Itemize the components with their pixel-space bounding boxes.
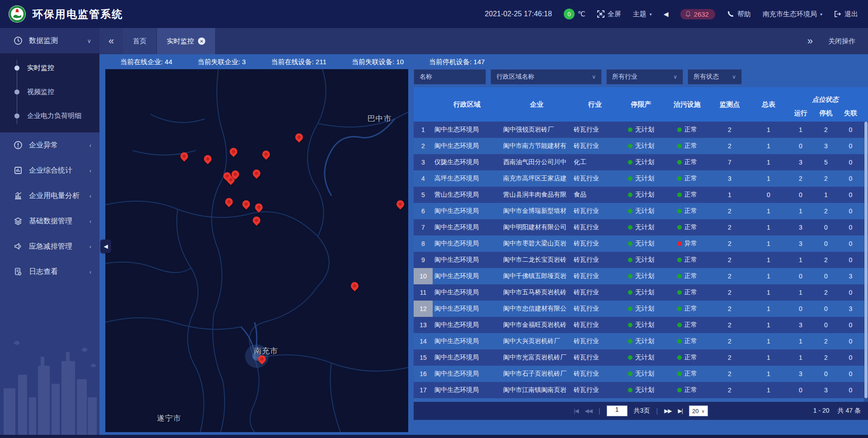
table-row[interactable]: 1阆中生态环境局阆中强锐页岩砖厂砖瓦行业无计划正常21120: [414, 122, 868, 138]
stat-当前在线企业: 当前在线企业: 44: [120, 58, 172, 66]
collapse-map-button[interactable]: ◀: [100, 240, 111, 253]
sidebar-group-企业用电量分析[interactable]: 企业用电量分析‹: [0, 183, 99, 208]
table-row[interactable]: 12阆中生态环境局阆中市忠信建材有限公砖瓦行业无计划正常21003: [414, 301, 868, 317]
fullscreen-button[interactable]: 全屏: [597, 10, 621, 19]
cell-running: 1: [788, 289, 813, 296]
first-page-button[interactable]: |◀: [574, 408, 578, 414]
cell-running: 3: [788, 370, 813, 377]
status-filter-select[interactable]: 所有状态 ∨: [688, 69, 742, 85]
cell-meters: 1: [749, 273, 788, 280]
table-scrollbar[interactable]: [864, 122, 868, 402]
cell-meters: 1: [749, 224, 788, 231]
table-row[interactable]: 16阆中生态环境局阆中市石子页岩机砖厂砖瓦行业无计划正常21300: [414, 366, 868, 382]
temperature: 0 ℃: [564, 9, 585, 19]
cell-region: 阆中生态环境局: [433, 386, 501, 394]
cell-region: 阆中生态环境局: [433, 207, 501, 215]
name-filter-input[interactable]: 名称: [414, 69, 486, 85]
notification-badge[interactable]: 2632: [680, 9, 715, 19]
temperature-unit: ℃: [578, 10, 585, 18]
cell-production-status: 无计划: [618, 321, 664, 329]
last-page-button[interactable]: ▶|: [678, 408, 683, 414]
industry-filter-select[interactable]: 所有行业 ∨: [606, 69, 683, 85]
sidebar-item-视频监控[interactable]: 视频监控: [0, 80, 99, 104]
cell-offline: 0: [839, 354, 863, 361]
city-label-南充市: 南充市: [254, 346, 278, 356]
status-dot-green: [677, 339, 682, 344]
col-行政区域: 行政区域: [433, 87, 501, 122]
cell-running: 3: [788, 224, 813, 231]
col-index: [414, 87, 433, 122]
table-row[interactable]: 4高坪生态环境局南充市高坪区王家店建砖瓦行业无计划正常31220: [414, 170, 868, 187]
cell-points: 2: [710, 273, 749, 280]
sidebar-group-label: 基础数据管理: [29, 217, 83, 226]
tabs-scroll-left-button[interactable]: «: [99, 28, 123, 54]
chevron-down-icon: ∨: [673, 74, 677, 80]
sidebar-group-基础数据管理[interactable]: 基础数据管理‹: [0, 208, 99, 234]
alert-circle-icon: [14, 141, 23, 150]
table-row[interactable]: 17阆中生态环境局阆中市江南镇阆南页岩砖瓦行业无计划正常21030: [414, 382, 868, 398]
help-button[interactable]: 帮助: [727, 10, 751, 19]
sidebar-group-数据监测[interactable]: 数据监测∨: [0, 28, 99, 53]
table-row[interactable]: 15阆中生态环境局阆中市光富页岩机砖厂砖瓦行业无计划正常21120: [414, 349, 868, 366]
filter-bar: 名称 行政区域名称 ∨ 所有行业 ∨ 所有状态 ∨: [414, 69, 868, 85]
table-row[interactable]: 10阆中生态环境局阆中千佛镇五郎垭页岩砖瓦行业无计划正常21003: [414, 268, 868, 284]
cell-stopped: 2: [813, 354, 839, 361]
cell-company: 阆中明阳建材有限公司: [501, 223, 572, 231]
cell-points: 2: [710, 142, 749, 150]
table-row[interactable]: 8阆中生态环境局阆中市枣碧大梁山页岩砖瓦行业无计划异常21300: [414, 235, 868, 252]
page-number-input[interactable]: 1: [607, 405, 627, 416]
sidebar-submenu: 实时监控视频监控企业电力负荷明细: [0, 53, 99, 132]
page-size-select[interactable]: 20 ∨: [689, 405, 708, 416]
close-operations-button[interactable]: 关闭操作: [828, 37, 855, 46]
facility-label: 正常: [684, 158, 697, 166]
cell-stopped: 1: [813, 191, 839, 198]
cell-meters: 1: [749, 159, 788, 166]
tab-实时监控[interactable]: 实时监控✕: [157, 28, 216, 54]
sidebar-item-企业电力负荷明细[interactable]: 企业电力负荷明细: [0, 104, 99, 128]
chevron-collapsed-icon: ‹: [90, 142, 91, 149]
table-row[interactable]: 11阆中生态环境局阆中市五马桥页岩机砖砖瓦行业无计划正常21120: [414, 284, 868, 301]
cell-points: 2: [710, 289, 749, 296]
table-row[interactable]: 13阆中生态环境局阆中市金福旺页岩机砖砖瓦行业无计划正常21300: [414, 317, 868, 333]
table-row[interactable]: 5营山生态环境局营山县润丰肉食品有限食品无计划正常10010: [414, 187, 868, 203]
table-row[interactable]: 6阆中生态环境局阆中市金博瑞新型墙材砖瓦行业无计划正常21120: [414, 203, 868, 219]
sound-toggle-button[interactable]: ◀: [664, 10, 669, 18]
table-row[interactable]: 9阆中生态环境局阆中市二龙长宝页岩砖砖瓦行业无计划正常21120: [414, 252, 868, 268]
col-监测点: 监测点: [710, 87, 749, 122]
sidebar-group-label: 数据监测: [29, 36, 80, 46]
app-title: 环保用电监管系统: [33, 7, 123, 21]
production-label: 无计划: [635, 272, 654, 280]
scrollbar-thumb[interactable]: [864, 122, 868, 398]
sidebar-item-实时监控[interactable]: 实时监控: [0, 56, 99, 80]
table-row[interactable]: 3仪陇生态环境局西南油气田分公司川中化工无计划正常71350: [414, 154, 868, 170]
tabs-scroll-right-button[interactable]: »: [807, 35, 813, 47]
tab-close-icon[interactable]: ✕: [198, 38, 205, 45]
user-dropdown[interactable]: 南充市生态环境局 ▾: [763, 10, 822, 19]
region-filter-select[interactable]: 行政区域名称 ∨: [491, 69, 602, 85]
sidebar-group-企业综合统计[interactable]: 企业综合统计‹: [0, 158, 99, 183]
status-dot-green: [628, 323, 632, 327]
sidebar-group-日志查看[interactable]: 日志查看‹: [0, 259, 99, 284]
cell-points: 2: [710, 207, 749, 215]
facility-label: 正常: [684, 370, 697, 378]
production-label: 无计划: [635, 288, 654, 297]
fullscreen-icon: [597, 10, 604, 18]
table-row[interactable]: 2阆中生态环境局阆中市南方节能建材有砖瓦行业无计划正常21030: [414, 138, 868, 154]
status-dot-green: [628, 339, 632, 344]
tab-首页[interactable]: 首页: [123, 28, 157, 54]
cell-facility-status: 正常: [664, 272, 710, 280]
sidebar-group-企业异常[interactable]: 企业异常‹: [0, 132, 99, 158]
map-panel[interactable]: 巴中市南充市遂宁市 ◀: [105, 69, 408, 432]
cell-index: 15: [414, 349, 433, 366]
logout-button[interactable]: 退出: [834, 10, 858, 19]
table-row[interactable]: 18南部生态环境局南部县砚华水泥有限公建材行业无计划正常21060: [414, 398, 868, 402]
sidebar-group-应急减排管理[interactable]: 应急减排管理‹: [0, 234, 99, 259]
next-page-button[interactable]: ▶▶: [664, 408, 671, 414]
prev-page-button[interactable]: ◀◀: [585, 408, 592, 414]
cell-industry: 砖瓦行业: [572, 386, 618, 394]
cell-company: 阆中市金福旺页岩机砖: [501, 321, 572, 329]
table-row[interactable]: 7阆中生态环境局阆中明阳建材有限公司砖瓦行业无计划正常21300: [414, 219, 868, 235]
table-row[interactable]: 14阆中生态环境局阆中大兴页岩机砖厂砖瓦行业无计划正常21120: [414, 333, 868, 349]
theme-dropdown[interactable]: 主题 ▾: [633, 10, 652, 19]
cell-running: 3: [788, 321, 813, 329]
